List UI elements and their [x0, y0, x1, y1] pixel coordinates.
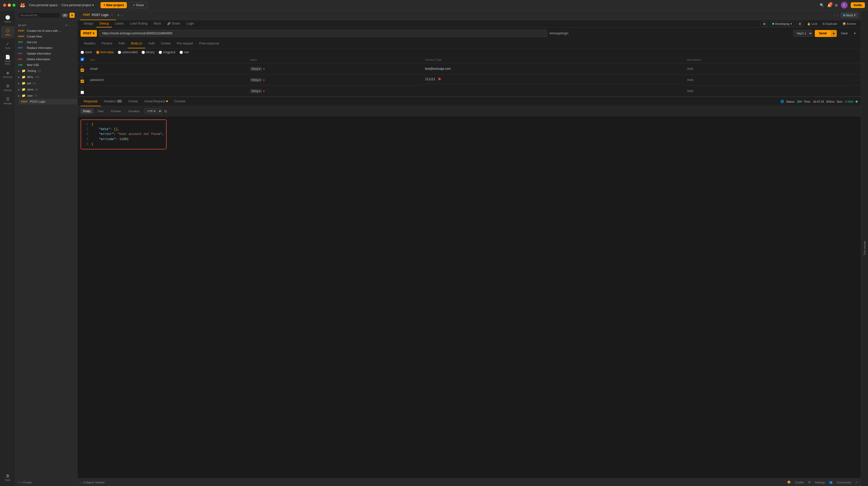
row-checkbox[interactable] [81, 91, 84, 94]
resp-tab-actual-request[interactable]: Actual Request [141, 97, 171, 106]
resp-tab-console[interactable]: Console [171, 97, 189, 106]
code-tab-raw[interactable]: Raw [95, 109, 106, 114]
body-type-raw[interactable]: raw [180, 50, 189, 54]
api-item-get-list[interactable]: GET Get List [16, 39, 77, 45]
minimize-button[interactable] [8, 4, 11, 7]
row-more-actions[interactable] [851, 86, 861, 97]
tab-path[interactable]: Path [116, 39, 128, 48]
next-tab-icon[interactable]: › [837, 13, 839, 17]
sidebar-item-settings[interactable]: ⚙ Settings [1, 81, 14, 93]
api-item-replace-info[interactable]: PUT Replace Information [16, 45, 77, 51]
api-item-delete-info[interactable]: DEL Delete Information [16, 56, 77, 62]
sidebar-item-tests[interactable]: ✓ Tests [1, 39, 14, 52]
sidebar-item-share-docs[interactable]: 📄 Share Docs [1, 53, 14, 67]
request-tab-post-login[interactable]: POST POST Login × [80, 10, 116, 20]
invite-button[interactable]: Invite [851, 2, 865, 8]
more-tabs-icon[interactable]: ··· [121, 13, 124, 17]
row-checkbox[interactable] [81, 80, 84, 83]
new-project-button[interactable]: + New project [100, 2, 127, 8]
tab-cookie[interactable]: Cookie [158, 39, 174, 48]
type-badge[interactable]: String ▾ [250, 89, 262, 93]
body-type-form-data[interactable]: form-data [96, 50, 114, 54]
code-tab-pretty[interactable]: Pretty [81, 109, 93, 114]
archive-button[interactable]: 📦 Archive [841, 22, 858, 26]
breadcrumb-project[interactable]: Cora personal project ▾ [61, 3, 94, 7]
settings-label[interactable]: Settings [815, 481, 825, 484]
tab-load-testing[interactable]: Load Testing [127, 20, 151, 27]
sort-icon[interactable]: ↕ [69, 24, 71, 27]
layout-button[interactable]: ⊞ [835, 3, 838, 7]
body-type-msgpack[interactable]: msgpack [159, 50, 176, 54]
cookie-label[interactable]: Cookie [795, 481, 804, 484]
row-more-actions[interactable]: ··· [851, 63, 861, 75]
tab-design[interactable]: Design [81, 20, 96, 27]
tab-params[interactable]: Params [98, 39, 115, 48]
sidebar-item-trash[interactable]: 🗑 Trash [1, 471, 14, 483]
type-badge[interactable]: String ▾ [250, 78, 262, 82]
code-tab-preview[interactable]: Preview [108, 109, 123, 114]
method-select[interactable]: POST ▾ [81, 30, 97, 37]
api-item-update-info[interactable]: PAT Update Information [16, 51, 77, 56]
prev-tab-icon[interactable]: ‹ [834, 13, 835, 17]
save-more-button[interactable]: ▾ [852, 30, 858, 37]
close-button[interactable] [3, 4, 6, 7]
send-button[interactable]: Send [815, 30, 831, 37]
resp-tab-cookie[interactable]: Cookie [125, 97, 141, 106]
folder-apis[interactable]: ▶ 📁 APIs (10) [16, 74, 77, 80]
community-label[interactable]: Community [837, 481, 851, 484]
add-api-button[interactable]: + [69, 13, 75, 18]
tab-body[interactable]: Body (2) [128, 39, 145, 48]
body-type-binary[interactable]: binary [142, 50, 154, 54]
collapse-sidebar-label[interactable]: Collapse Sidebar [83, 481, 105, 484]
folder-testing[interactable]: ▶ 📁 Testing (2) [16, 68, 77, 74]
sidebar-item-history[interactable]: 🕐 History [1, 13, 14, 25]
tab-mock[interactable]: Mock [151, 20, 164, 27]
tab-close-icon[interactable]: × [111, 13, 113, 17]
resp-tab-headers[interactable]: Headers 24 [101, 97, 125, 106]
maximize-button[interactable] [12, 4, 16, 7]
api-item-new-sse[interactable]: SSE New SSE [16, 62, 77, 68]
code-tab-visualize[interactable]: Visualize [126, 109, 142, 114]
tab-post-response[interactable]: Post-response [196, 39, 222, 48]
environment-button[interactable]: Developing ▾ [770, 21, 795, 27]
add-tab-icon[interactable]: + [117, 13, 119, 18]
select-all-checkbox[interactable] [81, 58, 84, 61]
layout-toggle-button[interactable]: ⊞ [797, 21, 803, 27]
search-input[interactable] [18, 12, 60, 18]
more-icon[interactable]: ··· [72, 24, 75, 27]
folder-user[interactable]: ▶ 📁 user (7) [16, 92, 77, 99]
sidebar-item-apis[interactable]: ⬡ APIs [1, 26, 14, 38]
search-icon-button[interactable]: 🔍 [820, 3, 824, 7]
tab-headers[interactable]: Headers [81, 39, 98, 48]
developing-button[interactable]: ⊞ [761, 21, 768, 27]
send-arrow-button[interactable]: ▾ [831, 30, 837, 37]
duplicate-button[interactable]: ⧉ Duplicate [821, 22, 839, 26]
body-type-urlencoded[interactable]: urlencoded [118, 50, 137, 54]
share-button[interactable]: ↗ Share [129, 2, 147, 8]
right-panel-toggle[interactable]: Test results [861, 10, 868, 486]
sidebar-item-manage[interactable]: ☰ Manage [1, 95, 14, 107]
encoding-select[interactable]: UTF-8 [144, 108, 162, 114]
resp-tab-response[interactable]: Response [81, 97, 101, 106]
row-checkbox[interactable] [81, 68, 84, 72]
tab-share[interactable]: 🔗 Share [164, 20, 183, 27]
http-version-select[interactable]: http/1.1 [793, 30, 813, 37]
sidebar-item-schemas[interactable]: ◈ Schemas [1, 68, 14, 80]
lock-button[interactable]: 🔒 Lock [805, 22, 819, 26]
expand-icon[interactable]: ⤢ [855, 481, 858, 484]
type-badge[interactable]: String ▾ [250, 67, 262, 71]
mock-button[interactable]: Mock ▾ [841, 12, 858, 18]
notifications-button[interactable]: 🔔 3 [827, 3, 832, 7]
tab-auth[interactable]: Auth [145, 39, 158, 48]
filter-icon[interactable]: ⊞ [65, 24, 68, 27]
folder-pet[interactable]: ▶ 📁 pet (9) [16, 80, 77, 86]
tab-login[interactable]: Login [183, 20, 197, 27]
row-more-actions[interactable]: ··· [851, 75, 861, 86]
api-item-creates-users[interactable]: POST Creates list of users with ... [16, 28, 77, 34]
body-type-none[interactable]: none [81, 50, 92, 54]
api-item-post-login[interactable]: POST POST Login [19, 99, 77, 105]
tab-pre-request[interactable]: Pre-request [174, 39, 196, 48]
folder-store[interactable]: ▶ 📁 store (4) [16, 86, 77, 92]
api-item-create-new[interactable]: POST Create New [16, 34, 77, 39]
url-input[interactable] [99, 30, 548, 37]
